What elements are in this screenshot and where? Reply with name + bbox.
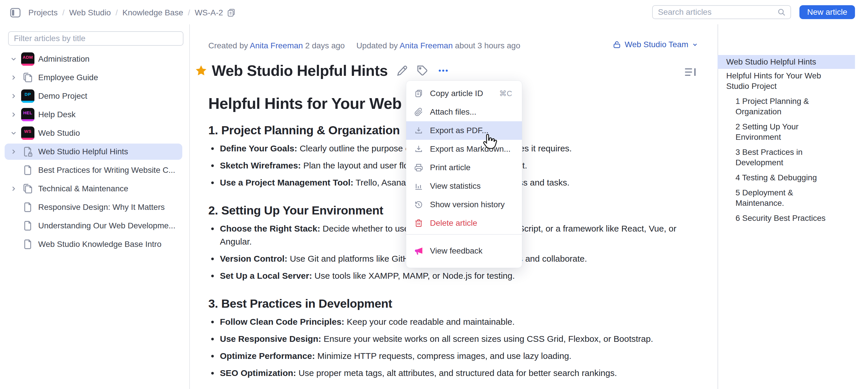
articles-sidebar: ADM Administration Employee Guide DP Dem… (0, 24, 190, 389)
sidebar-item-label: Demo Project (38, 91, 87, 101)
menu-item-copy-article-id[interactable]: Copy article ID ⌘C (406, 84, 522, 103)
list-item: Set Up a Local Server: Use tools like XA… (208, 269, 691, 282)
toc-item[interactable]: 4 Testing & Debugging (717, 173, 840, 183)
updated-time: about 3 hours ago (455, 41, 521, 50)
section-list-3: Follow Clean Code Principles: Keep your … (208, 315, 691, 380)
toc-item[interactable]: 2 Setting Up Your Environment (717, 122, 840, 142)
search-articles-input[interactable] (653, 7, 777, 17)
chevron-right-icon[interactable] (10, 185, 20, 192)
breadcrumb-projects[interactable]: Projects (28, 8, 58, 18)
sidebar-item-label: Technical & Maintenance (38, 184, 128, 193)
article-icon (20, 164, 36, 176)
sidebar-toggle-icon[interactable] (10, 8, 21, 18)
updated-author-link[interactable]: Anita Freeman (400, 41, 453, 50)
chevron-down-icon (692, 41, 698, 48)
download-icon (414, 126, 424, 135)
toc-toggle-icon[interactable] (684, 65, 698, 79)
toc-item[interactable]: 3 Best Practices in Development (717, 147, 840, 168)
search-icon[interactable] (777, 8, 786, 17)
toc-item[interactable]: Helpful Hints for Your Web Studio Projec… (717, 71, 839, 91)
search-articles-box (652, 5, 791, 19)
new-article-button[interactable]: New article (799, 5, 855, 19)
sidebar-item-web-studio-helpful-hints[interactable]: Web Studio Helpful Hints (5, 144, 182, 160)
sidebar-item-web-studio[interactable]: WS Web Studio (5, 125, 182, 141)
paperclip-icon (414, 108, 424, 116)
menu-item-delete-article[interactable]: Delete article (406, 214, 522, 232)
article-icon (20, 220, 36, 232)
shortcut-label: ⌘C (499, 89, 512, 98)
sidebar-item-employee-guide[interactable]: Employee Guide (5, 69, 182, 86)
project-avatar: ADM (20, 52, 36, 66)
article-lock-icon (20, 146, 36, 157)
article-icon (20, 202, 36, 213)
sidebar-item-label: Help Desk (38, 110, 75, 119)
sidebar-item-best-practices[interactable]: Best Practices for Writing Website C... (5, 162, 182, 178)
menu-item-export-pdf[interactable]: Export as PDF... (406, 121, 522, 140)
sidebar-item-label: Understanding Our Web Developme... (38, 221, 175, 230)
sidebar-item-demo-project[interactable]: DP Demo Project (5, 88, 182, 104)
toc-item[interactable]: 5 Deployment & Maintenance. (717, 187, 840, 208)
page-title: Web Studio Helpful Hints (212, 62, 388, 79)
list-item: Use Responsive Design: Ensure your websi… (208, 332, 691, 345)
sidebar-item-responsive-design[interactable]: Responsive Design: Why It Matters (5, 199, 182, 215)
toc-item[interactable]: 6 Security Best Practices (717, 213, 840, 223)
sidebar-item-administration[interactable]: ADM Administration (5, 51, 182, 67)
list-item: Follow Clean Code Principles: Keep your … (208, 315, 691, 328)
project-avatar: HEL (20, 108, 36, 121)
visibility-selector[interactable]: Web Studio Team (613, 40, 698, 49)
chevron-down-icon[interactable] (10, 55, 20, 63)
download-icon (414, 145, 424, 153)
sidebar-item-label: Administration (38, 54, 89, 64)
filter-articles-input[interactable] (9, 32, 183, 45)
menu-item-attach-files[interactable]: Attach files... (406, 103, 522, 121)
menu-separator (406, 234, 522, 235)
menu-item-view-statistics[interactable]: View statistics (406, 177, 522, 196)
sidebar-item-technical-maintenance[interactable]: Technical & Maintenance (5, 181, 182, 197)
knowledge-base-app: Projects / Web Studio / Knowledge Base /… (0, 0, 868, 389)
chevron-right-icon[interactable] (10, 111, 20, 118)
breadcrumb-web-studio[interactable]: Web Studio (69, 8, 111, 18)
created-prefix: Created by (208, 41, 248, 50)
visibility-label: Web Studio Team (625, 40, 688, 49)
created-time: 2 days ago (305, 41, 345, 50)
menu-item-export-markdown[interactable]: Export as Markdown... (406, 140, 522, 158)
list-item: Optimize Performance: Minimize HTTP requ… (208, 349, 691, 362)
sidebar-item-kb-intro[interactable]: Web Studio Knowledge Base Intro (5, 236, 182, 252)
article-icon (20, 239, 36, 250)
articles-tree: ADM Administration Employee Guide DP Dem… (0, 51, 189, 255)
breadcrumb-knowledge-base[interactable]: Knowledge Base (122, 8, 183, 18)
breadcrumb: Projects / Web Studio / Knowledge Base /… (10, 6, 236, 19)
chevron-down-icon[interactable] (10, 129, 20, 137)
section-heading-3: 3. Best Practices in Development (208, 296, 691, 311)
created-author-link[interactable]: Anita Freeman (250, 41, 303, 50)
filter-articles-box (8, 31, 183, 46)
sidebar-item-label: Web Studio Knowledge Base Intro (38, 240, 161, 249)
articles-stack-icon (20, 183, 36, 194)
project-avatar: DP (20, 89, 36, 103)
chevron-right-icon[interactable] (10, 74, 20, 81)
article-meta: Created by Anita Freeman 2 days ago Upda… (208, 41, 520, 50)
list-item: SEO Optimization: Use proper meta tags, … (208, 366, 691, 380)
sidebar-item-label: Responsive Design: Why It Matters (38, 203, 165, 212)
tag-icon[interactable] (416, 65, 428, 77)
toc-list: Web Studio Helpful Hints Helpful Hints f… (717, 55, 855, 223)
sidebar-item-understanding-web-dev[interactable]: Understanding Our Web Developme... (5, 218, 182, 234)
toc-item-selected[interactable]: Web Studio Helpful Hints (717, 55, 855, 69)
chevron-right-icon[interactable] (10, 148, 20, 155)
menu-item-print-article[interactable]: Print article (406, 158, 522, 177)
sidebar-item-label: Employee Guide (38, 73, 98, 82)
menu-item-view-feedback[interactable]: View feedback (406, 241, 522, 261)
printer-icon (414, 163, 424, 172)
copy-id-icon[interactable] (226, 8, 236, 18)
bar-chart-icon (414, 182, 424, 190)
star-icon[interactable] (194, 64, 208, 77)
breadcrumb-article-id: WS-A-2 (195, 8, 223, 18)
sidebar-item-help-desk[interactable]: HEL Help Desk (5, 107, 182, 123)
menu-item-show-version-history[interactable]: Show version history (406, 196, 522, 214)
chevron-right-icon[interactable] (10, 92, 20, 100)
more-options-icon[interactable] (437, 65, 450, 77)
edit-pencil-icon[interactable] (396, 65, 408, 77)
articles-stack-icon (20, 72, 36, 83)
sidebar-item-label: Web Studio (38, 128, 80, 138)
toc-item[interactable]: 1 Project Planning & Organization (717, 96, 840, 117)
